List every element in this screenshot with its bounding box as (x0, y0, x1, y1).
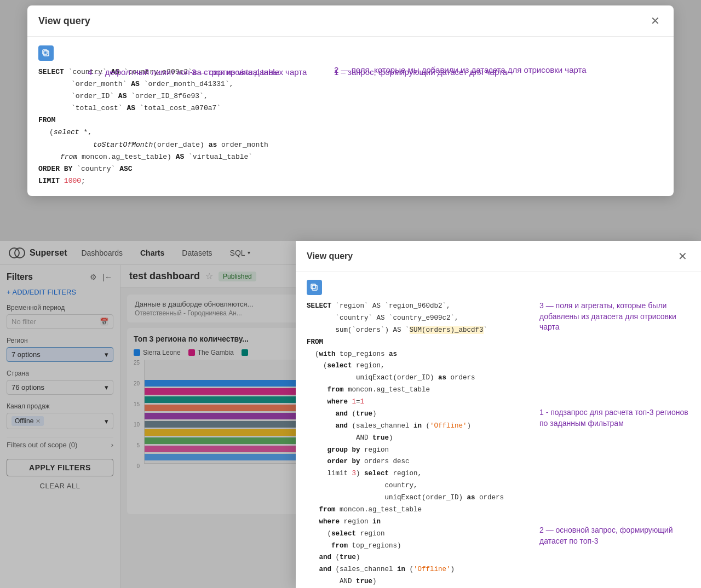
second-annotation-1: 3 — поля и агрегаты, которые были добавл… (539, 301, 693, 333)
second-modal-close-button[interactable]: ✕ (675, 249, 690, 264)
svg-rect-0 (44, 51, 49, 56)
second-modal-title: View query (307, 251, 353, 261)
top-modal-body: SELECT `country` AS `country_e909c2`, `o… (27, 37, 674, 196)
annotation-4: 4 — дефолтный лимит кол-ва строк из virt… (88, 66, 416, 78)
second-copy-button[interactable] (307, 280, 322, 295)
second-modal-header: View query ✕ (296, 241, 701, 272)
top-modal-close-button[interactable]: ✕ (647, 13, 663, 28)
second-modal: View query ✕ SELECT `region` AS `region_… (296, 241, 701, 588)
second-modal-body: SELECT `region` AS `region_960db2`, `cou… (296, 272, 701, 588)
second-modal-overlay: View query ✕ SELECT `region` AS `region_… (0, 241, 701, 588)
top-modal-title: View query (38, 15, 90, 27)
bottom-area: Superset Dashboards Charts Datasets SQL … (0, 241, 701, 588)
second-sql-wrapper: SELECT `region` AS `region_960db2`, `cou… (307, 301, 690, 588)
second-annotation-2: 1 - подзапрос для расчета топ-3 регионов… (539, 407, 693, 429)
top-modal: View query ✕ SELECT `country` AS `countr… (27, 5, 674, 196)
svg-rect-5 (311, 284, 315, 289)
svg-rect-1 (43, 50, 47, 54)
copy-button[interactable] (38, 45, 54, 61)
top-modal-overlay: View query ✕ SELECT `country` AS `countr… (0, 0, 701, 241)
top-modal-header: View query ✕ (27, 5, 674, 37)
second-annotation-3: 2 — основной запрос, формирующий датасет… (539, 525, 693, 546)
svg-rect-4 (312, 285, 317, 290)
sql-code-block: SELECT `country` AS `country_e909c2`, `o… (38, 66, 663, 187)
